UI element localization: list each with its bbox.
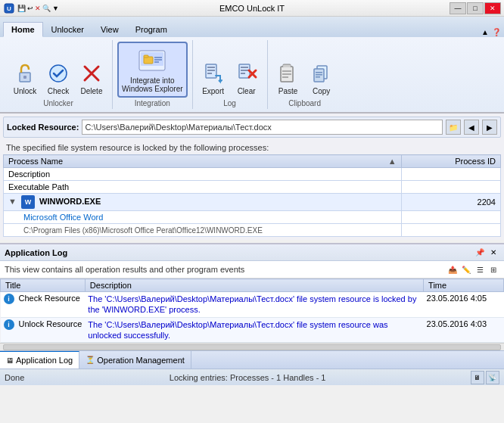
locked-resource-bar: Locked Resource: 📁 ◀ ▶ xyxy=(3,117,501,138)
tab-operation-management[interactable]: ⏳ Operation Management xyxy=(79,351,191,369)
description-value xyxy=(401,168,500,181)
app-log-info-text: This view contains all operation results… xyxy=(5,265,244,274)
check-label: Check xyxy=(48,87,69,95)
unlock-button[interactable]: Unlock xyxy=(9,59,41,98)
svg-rect-8 xyxy=(144,55,148,58)
scrollbar-track[interactable] xyxy=(3,344,501,350)
ribbon-content: Unlock Check xyxy=(0,36,504,112)
maximize-button[interactable]: □ xyxy=(467,2,484,14)
table-row: ▼ W WINWORD.EXE 2204 xyxy=(4,194,501,211)
expand-button[interactable]: ▼ xyxy=(8,197,17,206)
process-id: 2204 xyxy=(401,194,500,211)
app-icon: U xyxy=(3,2,15,14)
process-table: Process Name ▲ Process ID Description Ex… xyxy=(3,154,501,237)
log-col-desc[interactable]: Description xyxy=(85,279,423,292)
process-name: WINWORD.EXE xyxy=(39,197,101,206)
qa-icon-4[interactable]: 🔍 xyxy=(42,5,51,12)
window-controls: — □ ✕ xyxy=(450,2,501,14)
delete-label: Delete xyxy=(81,87,103,95)
export-button[interactable]: Export xyxy=(198,59,229,98)
paste-button[interactable]: Paste xyxy=(272,59,304,98)
pin-icon[interactable]: 📌 xyxy=(474,247,486,259)
app-log-section: Application Log 📌 ✕ This view contains a… xyxy=(0,243,504,369)
status-icon-2[interactable]: 📡 xyxy=(486,371,499,384)
clear-log-icon[interactable]: ✏️ xyxy=(460,263,472,275)
clear-button[interactable]: Clear xyxy=(231,59,263,98)
col-process-id[interactable]: Process ID xyxy=(401,155,500,168)
log-col-time[interactable]: Time xyxy=(424,279,504,292)
qa-icon-1[interactable]: 💾 xyxy=(17,5,26,12)
log-desc-1: The 'C:\Users\Валерий\Desktop\Материалы\… xyxy=(85,292,423,318)
log-title-1: i Check Resource xyxy=(1,292,86,318)
svg-rect-13 xyxy=(207,67,215,68)
exe-path-label: Executable Path xyxy=(4,181,402,194)
tab-program[interactable]: Program xyxy=(127,22,176,36)
svg-rect-24 xyxy=(282,73,291,75)
sort-arrow: ▲ xyxy=(388,157,397,166)
window-title: EMCO UnLock IT xyxy=(219,4,285,13)
log-time-2: 23.05.2016 4:03 xyxy=(424,317,504,343)
svg-rect-30 xyxy=(316,76,320,78)
back-button[interactable]: ◀ xyxy=(464,120,479,135)
ribbon: Home Unlocker View Program ▲ ❓ xyxy=(0,17,504,114)
delete-icon xyxy=(79,61,104,86)
close-button[interactable]: ✕ xyxy=(484,2,501,14)
copy-button[interactable]: Copy xyxy=(306,59,338,98)
process-name-cell: ▼ W WINWORD.EXE xyxy=(4,194,402,211)
qa-icon-3[interactable]: ✕ xyxy=(35,5,41,12)
svg-rect-23 xyxy=(282,70,291,72)
list-view-icon[interactable]: ☰ xyxy=(474,263,486,275)
main-area: Locked Resource: 📁 ◀ ▶ The specified fil… xyxy=(0,114,504,240)
integrate-button[interactable]: Integrate intoWindows Explorer xyxy=(117,42,188,98)
integration-group-label: Integration xyxy=(117,99,188,107)
op-tab-label: Operation Management xyxy=(97,356,185,365)
svg-rect-29 xyxy=(316,74,322,76)
horizontal-scrollbar[interactable] xyxy=(0,343,504,350)
tab-unlocker[interactable]: Unlocker xyxy=(43,22,92,36)
export-log-icon[interactable]: 📤 xyxy=(446,263,459,275)
title-bar: U 💾 ↩ ✕ 🔍 ▼ EMCO UnLock IT — □ ✕ xyxy=(0,0,504,17)
process-link[interactable]: Microsoft Office Word xyxy=(23,213,103,222)
col-process-name[interactable]: Process Name ▲ xyxy=(4,155,402,168)
export-label: Export xyxy=(202,87,224,95)
minimize-button[interactable]: — xyxy=(450,2,466,14)
qa-icon-5[interactable]: ▼ xyxy=(52,5,59,12)
locked-resource-input[interactable] xyxy=(82,120,443,135)
copy-icon xyxy=(310,61,334,86)
help-button[interactable]: ❓ xyxy=(492,28,501,36)
check-button[interactable]: Check xyxy=(42,59,74,98)
collapse-ribbon[interactable]: ▲ xyxy=(481,28,489,36)
log-group-label: Log xyxy=(198,99,263,107)
clear-label: Clear xyxy=(238,87,256,95)
locked-resource-label: Locked Resource: xyxy=(7,123,79,132)
tab-application-log[interactable]: 🖥 Application Log xyxy=(0,351,79,369)
tab-view[interactable]: View xyxy=(92,22,127,36)
unlocker-group-label: Unlocker xyxy=(9,99,107,107)
log-col-title[interactable]: Title xyxy=(1,279,86,292)
tab-home[interactable]: Home xyxy=(3,22,43,37)
paste-icon xyxy=(276,61,300,86)
hourglass-icon: ⏳ xyxy=(86,356,95,364)
check-icon xyxy=(46,61,70,86)
qa-icon-2[interactable]: ↩ xyxy=(27,5,33,12)
status-icon-1[interactable]: 🖥 xyxy=(471,371,484,384)
info-text: The specified file system resource is lo… xyxy=(3,141,501,154)
log-table-header: Title Description Time xyxy=(1,279,504,292)
delete-button[interactable]: Delete xyxy=(76,59,107,98)
log-title-2: i Unlock Resource xyxy=(1,317,86,343)
table-row: C:\Program Files (x86)\Microsoft Office … xyxy=(4,224,501,237)
integrate-icon xyxy=(138,46,166,75)
close-log-button[interactable]: ✕ xyxy=(487,247,499,259)
forward-button[interactable]: ▶ xyxy=(482,120,497,135)
detail-view-icon[interactable]: ⊞ xyxy=(487,263,499,275)
clipboard-group-label: Clipboard xyxy=(272,99,338,107)
app-log-action-toolbar: 📤 ✏️ ☰ ⊞ xyxy=(446,263,499,275)
browse-button[interactable]: 📁 xyxy=(446,120,461,135)
svg-point-4 xyxy=(50,65,67,82)
svg-rect-17 xyxy=(241,67,248,68)
copy-label: Copy xyxy=(313,87,330,95)
table-row: Microsoft Office Word xyxy=(4,211,501,224)
log-table: Title Description Time i Check Resource … xyxy=(0,278,504,343)
process-exe-path: C:\Program Files (x86)\Microsoft Office … xyxy=(4,224,402,237)
svg-rect-25 xyxy=(282,76,288,78)
